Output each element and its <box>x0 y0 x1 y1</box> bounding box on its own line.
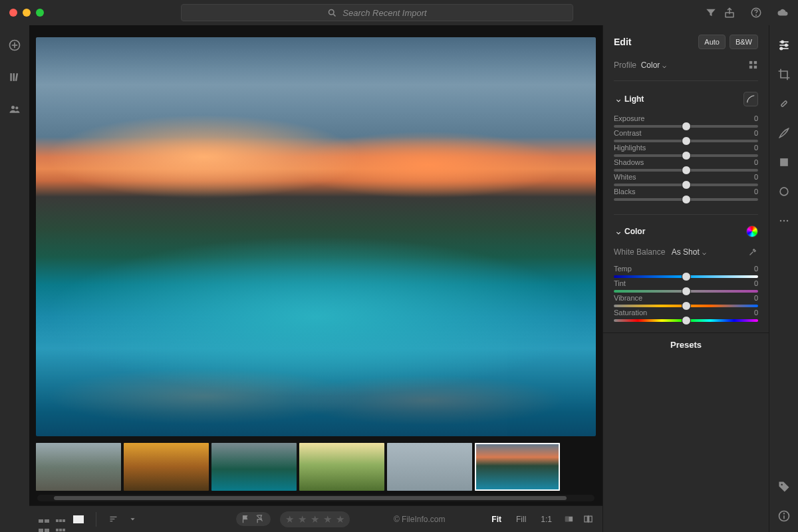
light-slider-blacks[interactable]: Blacks0 <box>614 188 758 201</box>
slider-track[interactable] <box>614 305 758 307</box>
cloud-sync-icon[interactable] <box>777 7 789 19</box>
slider-knob[interactable] <box>682 151 691 160</box>
filter-icon[interactable] <box>705 7 717 19</box>
single-view-icon[interactable] <box>73 515 84 523</box>
wb-label: White Balance <box>614 247 665 257</box>
thumbnail[interactable] <box>299 443 384 491</box>
svg-rect-22 <box>749 61 752 64</box>
eyedropper-icon[interactable] <box>748 247 758 257</box>
color-slider-vibrance[interactable]: Vibrance0 <box>614 294 758 307</box>
healing-brush-icon[interactable] <box>777 97 791 110</box>
svg-point-34 <box>780 188 788 196</box>
more-icon[interactable] <box>777 214 791 227</box>
thumbnail[interactable] <box>124 443 209 491</box>
star-icon[interactable]: ★ <box>311 513 319 525</box>
svg-rect-20 <box>589 516 592 522</box>
maximize-window-button[interactable] <box>36 9 44 17</box>
color-slider-tint[interactable]: Tint0 <box>614 279 758 293</box>
slider-knob[interactable] <box>682 136 691 146</box>
light-slider-highlights[interactable]: Highlights0 <box>614 144 758 157</box>
slider-track[interactable] <box>614 154 758 157</box>
sort-dropdown-icon[interactable] <box>128 514 138 524</box>
slider-track[interactable] <box>614 184 758 186</box>
slider-knob[interactable] <box>682 272 691 281</box>
crop-icon[interactable] <box>777 68 791 81</box>
profile-label: Profile <box>614 61 636 70</box>
svg-rect-9 <box>13 73 15 81</box>
slider-track[interactable] <box>614 125 758 128</box>
light-section-toggle[interactable]: ⌵ Light <box>614 94 644 104</box>
slider-track[interactable] <box>614 319 758 322</box>
slider-label: Tint <box>614 279 626 287</box>
slider-knob[interactable] <box>682 316 691 325</box>
thumbnail[interactable] <box>211 443 297 491</box>
minimize-window-button[interactable] <box>23 9 31 17</box>
library-icon[interactable] <box>8 70 21 84</box>
slider-track[interactable] <box>614 290 758 293</box>
light-slider-shadows[interactable]: Shadows0 <box>614 158 758 172</box>
thumbnail[interactable] <box>36 443 121 491</box>
slider-knob[interactable] <box>682 195 691 204</box>
slider-value: 0 <box>754 279 758 287</box>
slider-knob[interactable] <box>682 180 691 190</box>
brush-icon[interactable] <box>777 126 791 140</box>
slider-knob[interactable] <box>682 166 691 175</box>
slider-knob[interactable] <box>682 301 691 311</box>
slider-knob[interactable] <box>682 122 691 131</box>
radial-gradient-icon[interactable] <box>777 185 791 198</box>
slider-knob[interactable] <box>682 287 691 296</box>
star-icon[interactable]: ★ <box>323 513 332 525</box>
sharing-people-icon[interactable] <box>8 102 21 116</box>
info-icon[interactable] <box>777 509 791 523</box>
image-viewer[interactable] <box>29 25 602 439</box>
sort-icon[interactable] <box>108 514 118 524</box>
help-icon[interactable] <box>750 7 762 19</box>
flag-pick-icon[interactable] <box>241 514 251 524</box>
light-slider-exposure[interactable]: Exposure0 <box>614 114 758 128</box>
color-title: Color <box>624 227 645 236</box>
keywords-tag-icon[interactable] <box>777 480 791 493</box>
slider-track[interactable] <box>614 169 758 172</box>
svg-point-36 <box>783 220 785 222</box>
color-slider-temp[interactable]: Temp0 <box>614 265 758 278</box>
search-input[interactable]: Search Recent Import <box>181 4 573 21</box>
filmstrip-scrollbar[interactable] <box>37 495 595 501</box>
share-icon[interactable] <box>724 7 735 19</box>
main-photo <box>36 37 596 436</box>
color-mixer-button[interactable] <box>746 225 758 237</box>
edit-sliders-icon[interactable] <box>777 39 791 52</box>
slider-track[interactable] <box>614 275 758 278</box>
zoom-fit[interactable]: Fit <box>489 513 504 525</box>
star-rating[interactable]: ★ ★ ★ ★ ★ <box>280 511 350 527</box>
slider-track[interactable] <box>614 198 758 201</box>
thumbnail[interactable] <box>387 443 472 491</box>
profile-grid-icon[interactable] <box>748 60 758 70</box>
color-slider-saturation[interactable]: Saturation0 <box>614 309 758 322</box>
show-original-icon[interactable] <box>564 514 574 524</box>
tone-curve-button[interactable] <box>743 92 758 106</box>
add-photos-icon[interactable] <box>8 39 21 52</box>
slider-track[interactable] <box>614 140 758 142</box>
zoom-fill[interactable]: Fill <box>513 513 529 525</box>
wb-value[interactable]: As Shot⌵ <box>672 247 706 257</box>
color-section-toggle[interactable]: ⌵ Color <box>614 227 645 236</box>
flag-reject-icon[interactable] <box>255 514 265 524</box>
close-window-button[interactable] <box>9 9 17 17</box>
star-icon[interactable]: ★ <box>298 513 307 525</box>
auto-button[interactable]: Auto <box>698 35 726 49</box>
slider-value: 0 <box>754 114 758 122</box>
zoom-1to1[interactable]: 1:1 <box>538 513 555 525</box>
star-icon[interactable]: ★ <box>336 513 344 525</box>
grid-large-icon[interactable] <box>39 515 49 523</box>
profile-value[interactable]: Color⌵ <box>641 61 667 70</box>
presets-header[interactable]: Presets <box>603 332 769 356</box>
light-slider-contrast[interactable]: Contrast0 <box>614 129 758 142</box>
bw-button[interactable]: B&W <box>730 35 758 49</box>
grid-small-icon[interactable] <box>56 515 66 523</box>
thumbnail-selected[interactable] <box>475 443 560 491</box>
star-icon[interactable]: ★ <box>285 513 294 525</box>
compare-icon[interactable] <box>583 514 593 524</box>
slider-label: Blacks <box>614 188 635 196</box>
light-slider-whites[interactable]: Whites0 <box>614 173 758 186</box>
linear-gradient-icon[interactable] <box>777 156 791 169</box>
